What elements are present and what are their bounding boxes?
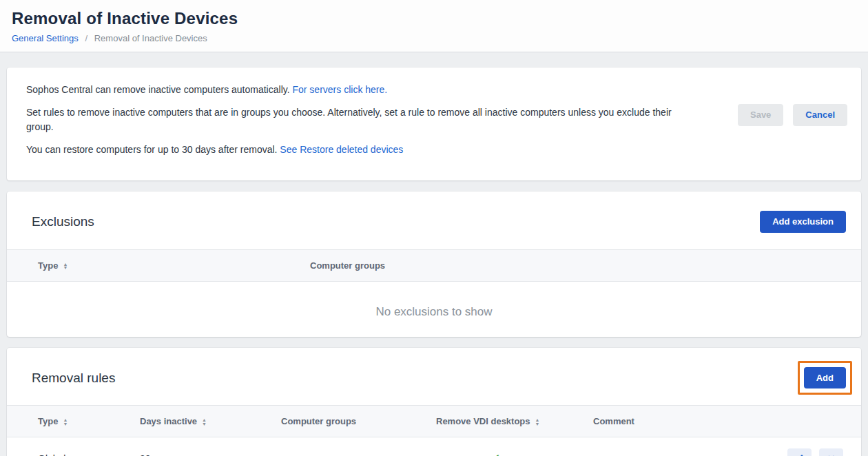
- breadcrumb: General Settings / Removal of Inactive D…: [12, 33, 856, 43]
- page-content: Sophos Central can remove inactive compu…: [0, 68, 868, 456]
- removal-rules-table: Type Days inactive Computer groups Remov…: [7, 405, 861, 456]
- sort-icon: [63, 418, 68, 426]
- exclusions-table-header-row: Type Computer groups: [7, 249, 861, 281]
- intro-line-2-text: Set rules to remove inactive computers t…: [26, 105, 682, 134]
- delete-rule-button[interactable]: ✕: [819, 448, 843, 456]
- breadcrumb-separator: /: [85, 33, 87, 43]
- breadcrumb-link-general-settings[interactable]: General Settings: [12, 33, 79, 43]
- rules-column-remove-vdi[interactable]: Remove VDI desktops: [436, 406, 593, 437]
- close-icon: ✕: [827, 453, 836, 456]
- cancel-button[interactable]: Cancel: [793, 104, 847, 126]
- page-title: Removal of Inactive Devices: [12, 9, 856, 28]
- exclusions-title: Exclusions: [32, 214, 94, 229]
- exclusions-column-type[interactable]: Type: [7, 249, 310, 281]
- removal-rules-table-header-row: Type Days inactive Computer groups Remov…: [7, 406, 861, 437]
- sort-icon: [535, 418, 540, 426]
- rule-computer-groups-cell: —: [281, 437, 436, 456]
- sort-icon: [63, 262, 68, 270]
- exclusions-empty-state: No exclusions to show: [7, 282, 861, 337]
- restore-deleted-devices-link[interactable]: See Restore deleted devices: [280, 144, 403, 155]
- save-button[interactable]: Save: [738, 104, 783, 126]
- servers-link[interactable]: For servers click here.: [292, 84, 387, 95]
- page-header: Removal of Inactive Devices General Sett…: [0, 0, 868, 52]
- intro-card: Sophos Central can remove inactive compu…: [7, 68, 861, 180]
- intro-line-3: You can restore computers for up to 30 d…: [26, 143, 682, 156]
- exclusions-column-computer-groups: Computer groups: [310, 249, 861, 281]
- sort-icon: [202, 418, 207, 426]
- exclusions-table: Type Computer groups: [7, 249, 861, 282]
- rule-type-cell: Global: [7, 437, 140, 456]
- table-row: Global 30 — ✓ ✕: [7, 437, 861, 456]
- rules-column-type[interactable]: Type: [7, 406, 140, 437]
- edit-rule-button[interactable]: [787, 448, 812, 456]
- rule-remove-vdi-cell: ✓: [436, 437, 593, 456]
- rules-column-days-inactive[interactable]: Days inactive: [140, 406, 281, 437]
- intro-line-3-text: You can restore computers for up to 30 d…: [26, 144, 277, 155]
- check-icon: ✓: [491, 453, 500, 456]
- form-action-buttons: Save Cancel: [738, 104, 847, 126]
- intro-line-1: Sophos Central can remove inactive compu…: [26, 83, 682, 96]
- removal-rules-card: Removal rules Add Type Days inactive Com…: [7, 348, 861, 456]
- add-exclusion-button[interactable]: Add exclusion: [760, 211, 846, 233]
- removal-rules-title: Removal rules: [32, 371, 115, 386]
- rules-column-comment: Comment: [593, 406, 861, 437]
- rule-days-inactive-cell: 30: [140, 437, 281, 456]
- removal-rules-header: Removal rules Add: [7, 348, 861, 406]
- rule-actions-cell: ✕: [593, 437, 861, 456]
- rules-column-computer-groups: Computer groups: [281, 406, 436, 437]
- exclusions-card: Exclusions Add exclusion Type Computer g…: [7, 191, 861, 337]
- intro-line-1-text: Sophos Central can remove inactive compu…: [26, 84, 290, 95]
- breadcrumb-current: Removal of Inactive Devices: [94, 33, 207, 43]
- add-rule-button[interactable]: Add: [804, 367, 846, 389]
- exclusions-header: Exclusions Add exclusion: [7, 191, 861, 249]
- intro-line-2: Set rules to remove inactive computers t…: [26, 105, 682, 134]
